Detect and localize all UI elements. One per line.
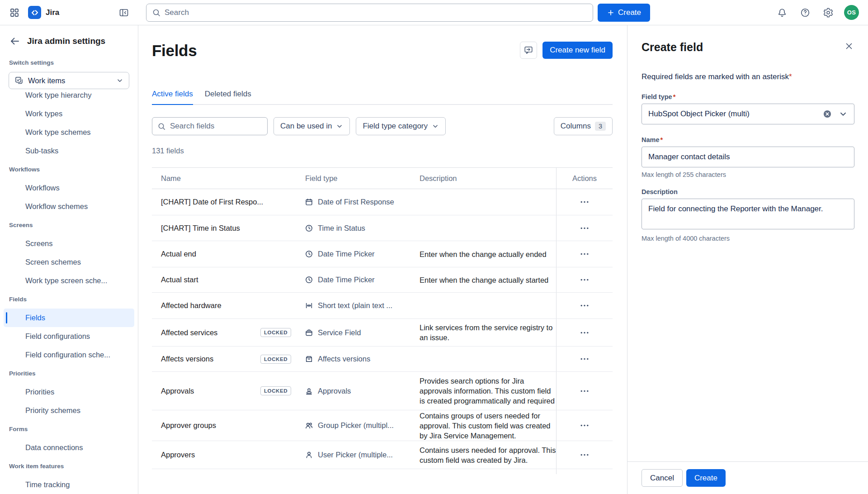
search-fields-input[interactable] bbox=[170, 122, 256, 131]
create-new-field-button[interactable]: Create new field bbox=[542, 42, 613, 59]
fields-count: 131 fields bbox=[152, 147, 613, 155]
sidebar-item-work-type-screen-schemes[interactable]: Work type screen sche... bbox=[0, 271, 138, 290]
global-create-button[interactable]: Create bbox=[598, 4, 650, 22]
table-row: [CHART] Date of First Respo... Date of F… bbox=[152, 189, 613, 215]
versions-box-icon bbox=[305, 355, 313, 363]
sidebar-item-data-connections[interactable]: Data connections bbox=[0, 438, 138, 457]
back-button[interactable] bbox=[9, 35, 21, 47]
search-icon bbox=[157, 122, 166, 131]
tab-active-fields[interactable]: Active fields bbox=[152, 90, 193, 105]
group-icon bbox=[305, 422, 313, 429]
tab-deleted-fields[interactable]: Deleted fields bbox=[205, 90, 251, 104]
top-bar: Jira Create bbox=[0, 0, 868, 25]
user-avatar[interactable]: OS bbox=[844, 5, 859, 20]
sidebar-item-time-tracking[interactable]: Time tracking bbox=[0, 475, 138, 494]
admin-sidebar: Jira admin settings Switch settings Work… bbox=[0, 25, 138, 494]
columns-count-badge: 3 bbox=[595, 122, 606, 131]
row-actions-button[interactable] bbox=[577, 421, 592, 430]
sidebar-item-workflows[interactable]: Workflows bbox=[0, 179, 138, 197]
sidebar-item-field-configuration-schemes[interactable]: Field configuration sche... bbox=[0, 346, 138, 364]
help-button[interactable] bbox=[798, 5, 812, 20]
sidebar-item-work-type-schemes[interactable]: Work type schemes bbox=[0, 123, 138, 142]
row-actions-button[interactable] bbox=[577, 328, 592, 337]
sidebar-item-field-configurations[interactable]: Field configurations bbox=[0, 327, 138, 346]
field-type-select[interactable]: HubSpot Object Picker (multi) bbox=[642, 104, 854, 124]
asterisk: * bbox=[673, 93, 676, 100]
table-row: Approvers User Picker (multiple... Conta… bbox=[152, 441, 613, 469]
table-row: [CHART] Time in Status Time in Status bbox=[152, 215, 613, 241]
chevron-down-icon bbox=[432, 123, 439, 130]
sidebar-section-priorities: Priorities bbox=[0, 364, 138, 383]
sidebar-section-work-item-features: Work item features bbox=[0, 457, 138, 475]
row-actions-button[interactable] bbox=[577, 450, 592, 460]
clock-icon bbox=[305, 250, 313, 258]
table-row: Affected services LOCKED Service Field L… bbox=[152, 319, 613, 347]
sidebar-section-screens: Screens bbox=[0, 216, 138, 234]
sidebar-item-sub-tasks[interactable]: Sub-tasks bbox=[0, 142, 138, 160]
panel-collapse-icon bbox=[118, 7, 129, 18]
row-actions-button[interactable] bbox=[577, 386, 592, 396]
clear-selection-icon[interactable] bbox=[823, 109, 832, 119]
sidebar-item-priorities[interactable]: Priorities bbox=[0, 383, 138, 401]
sidebar-nav: Work type hierarchy Work types Work type… bbox=[0, 86, 138, 494]
can-be-used-in-filter[interactable]: Can be used in bbox=[274, 117, 350, 135]
fields-table: Name Field type Description Actions [CHA… bbox=[152, 167, 613, 474]
row-actions-button[interactable] bbox=[577, 249, 592, 259]
name-label: Name* bbox=[642, 136, 854, 143]
required-fields-note: Required fields are marked with an aster… bbox=[642, 72, 854, 81]
global-search[interactable] bbox=[146, 4, 593, 22]
name-input[interactable] bbox=[642, 147, 854, 167]
name-helper: Max length of 255 characters bbox=[642, 171, 854, 178]
description-label: Description bbox=[642, 188, 854, 195]
panel-title: Create field bbox=[642, 41, 854, 54]
cancel-button[interactable]: Cancel bbox=[642, 469, 683, 487]
sidebar-item-fields[interactable]: Fields bbox=[4, 309, 134, 327]
description-textarea[interactable]: Field for connecting the Reporter with t… bbox=[642, 199, 854, 229]
panel-close-button[interactable] bbox=[842, 39, 856, 53]
header-name: Name bbox=[152, 168, 304, 189]
sidebar-item-work-type-hierarchy[interactable]: Work type hierarchy bbox=[0, 86, 138, 104]
table-row: Actual start Date Time Picker Enter when… bbox=[152, 267, 613, 293]
description-helper: Max length of 4000 characters bbox=[642, 235, 854, 242]
panel-footer: Cancel Create bbox=[627, 461, 868, 494]
table-header-row: Name Field type Description Actions bbox=[152, 168, 613, 189]
bell-icon bbox=[777, 7, 788, 18]
sidebar-item-screen-schemes[interactable]: Screen schemes bbox=[0, 253, 138, 271]
jira-logo-icon[interactable] bbox=[28, 6, 41, 19]
header-description: Description bbox=[418, 168, 556, 189]
sidebar-collapse-button[interactable] bbox=[117, 5, 131, 20]
settings-button[interactable] bbox=[821, 5, 835, 20]
topbar-right: OS bbox=[775, 5, 859, 20]
field-type-label: Field type* bbox=[642, 93, 854, 100]
table-row: Affects versions LOCKED Affects versions bbox=[152, 347, 613, 372]
work-items-icon bbox=[14, 76, 24, 85]
text-width-icon bbox=[305, 302, 313, 309]
feedback-button[interactable] bbox=[520, 42, 537, 59]
columns-button[interactable]: Columns 3 bbox=[554, 117, 613, 135]
global-search-input[interactable] bbox=[165, 8, 587, 17]
create-button[interactable]: Create bbox=[686, 469, 726, 487]
field-type-category-filter[interactable]: Field type category bbox=[356, 117, 446, 135]
app-switcher-button[interactable] bbox=[7, 5, 22, 20]
row-actions-button[interactable] bbox=[577, 301, 592, 310]
page-title: Fields bbox=[152, 42, 197, 60]
chevron-down-icon bbox=[336, 123, 343, 130]
sidebar-item-work-types[interactable]: Work types bbox=[0, 104, 138, 123]
notifications-button[interactable] bbox=[775, 5, 789, 20]
sidebar-item-screens[interactable]: Screens bbox=[0, 234, 138, 253]
search-fields[interactable] bbox=[152, 117, 268, 135]
header-actions: Actions bbox=[556, 168, 613, 189]
row-actions-button[interactable] bbox=[577, 275, 592, 285]
topbar-left: Jira bbox=[7, 0, 138, 25]
table-row: Actual end Date Time Picker Enter when t… bbox=[152, 241, 613, 267]
row-actions-button[interactable] bbox=[577, 223, 592, 233]
user-icon bbox=[305, 451, 313, 459]
row-actions-button[interactable] bbox=[577, 197, 592, 207]
plus-icon bbox=[607, 9, 615, 17]
sidebar-item-priority-schemes[interactable]: Priority schemes bbox=[0, 401, 138, 420]
calendar-icon bbox=[305, 198, 313, 206]
sidebar-item-workflow-schemes[interactable]: Workflow schemes bbox=[0, 197, 138, 216]
close-icon bbox=[844, 41, 854, 51]
fields-page: Fields Create new field Active bbox=[138, 25, 627, 494]
row-actions-button[interactable] bbox=[577, 354, 592, 364]
